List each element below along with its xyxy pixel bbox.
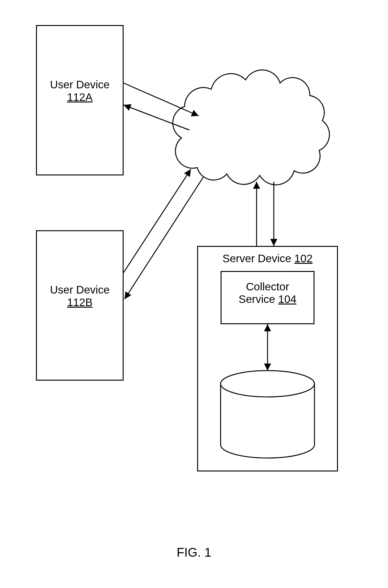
arrow-udB-to-net: [124, 169, 191, 273]
diagram-stage: User Device 112A User Device 112B Server…: [0, 0, 388, 588]
database-icon: [221, 371, 314, 458]
arrow-net-to-udB: [125, 177, 203, 299]
diagram-connectors: [0, 0, 388, 588]
cloud-icon: [173, 70, 329, 185]
